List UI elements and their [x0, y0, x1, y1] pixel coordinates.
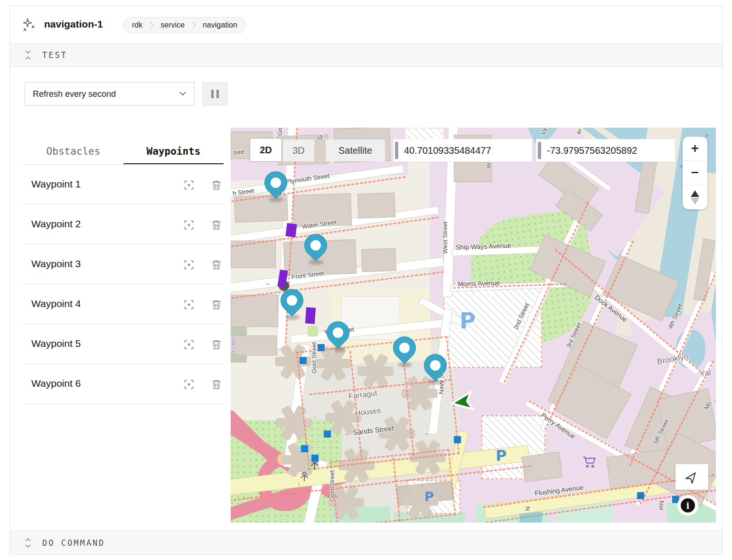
waypoint-pin-4[interactable] [326, 321, 350, 352]
map-node-square [311, 455, 319, 462]
longitude-input[interactable]: -73.97957563205892 [536, 139, 675, 162]
waypoint-label: Waypoint 5 [31, 338, 81, 349]
waypoint-label: Waypoint 4 [31, 298, 81, 309]
pause-refresh-button[interactable] [202, 82, 228, 106]
card-header: navigation-1 rdk service navigation [10, 6, 722, 43]
waypoint-pin-2[interactable] [303, 234, 328, 264]
longitude-accent-bar [538, 142, 541, 159]
parking-icon: P [424, 489, 434, 504]
refresh-rate-value: Refresh every second [33, 89, 116, 99]
waypoint-list: Waypoint 1Waypoint 2Waypoint 3Waypoint 4… [23, 165, 224, 404]
navigation-service-icon [21, 18, 36, 32]
breadcrumb-separator-icon [146, 20, 157, 30]
breadcrumb: rdk service navigation [123, 17, 246, 33]
map-mode-2d-button[interactable]: 2D [250, 138, 282, 162]
navigation-card: navigation-1 rdk service navigation TEST… [9, 6, 723, 554]
compass-button[interactable] [683, 185, 707, 209]
waypoint-row: Waypoint 2 [23, 205, 224, 244]
test-section-header[interactable]: TEST [10, 43, 722, 67]
do-command-section-header[interactable]: DO COMMAND [10, 531, 722, 555]
map-zoom-control: + − [683, 137, 707, 209]
tab-waypoints[interactable]: Waypoints [123, 137, 224, 164]
focus-waypoint-icon[interactable] [183, 378, 195, 391]
street-label: Gold Street [310, 342, 318, 373]
satellite-toggle-button[interactable]: Satellite [326, 140, 385, 161]
robot-position-arrow [449, 388, 477, 416]
locate-robot-button[interactable] [676, 464, 708, 490]
compass-south-icon [691, 198, 699, 205]
map-attribution-button[interactable]: i [677, 495, 698, 516]
latitude-input[interactable]: 40.70109335484477 [393, 139, 532, 162]
delete-waypoint-icon[interactable] [210, 219, 223, 231]
collapse-icon[interactable] [24, 49, 32, 61]
waypoint-pin-6[interactable] [423, 354, 448, 384]
map-node-square [300, 357, 307, 364]
waypoint-label: Waypoint 1 [31, 178, 81, 190]
navigation-arrow-icon [685, 470, 699, 484]
waypoint-row: Waypoint 4 [23, 284, 224, 324]
refresh-rate-select[interactable]: Refresh every second [25, 82, 195, 106]
waypoint-label: Waypoint 3 [31, 258, 81, 270]
compass-north-icon [691, 190, 699, 197]
waypoint-row: Waypoint 1 [23, 165, 224, 205]
focus-waypoint-icon[interactable] [183, 179, 195, 191]
pause-icon [216, 90, 219, 98]
map-node-square [637, 492, 644, 499]
map-node-square [454, 436, 461, 443]
focus-waypoint-icon[interactable] [183, 338, 195, 351]
pause-icon [211, 90, 214, 98]
map-canvas[interactable]: treeh StreetPlymouth StreetGoGold StStWa… [231, 128, 716, 523]
street-label: Nor [658, 501, 665, 511]
obstacle-box[interactable] [305, 307, 316, 324]
street-label: Go [276, 128, 283, 136]
zoom-in-button[interactable]: + [683, 137, 707, 161]
street-label: tree [233, 148, 244, 157]
tab-obstacles[interactable]: Obstacles [23, 137, 123, 164]
parking-icon: P [460, 308, 476, 334]
latitude-value: 40.70109335484477 [404, 145, 491, 156]
map-node-square [301, 445, 308, 452]
test-section-label: TEST [42, 50, 67, 60]
waypoints-panel: Obstacles Waypoints Waypoint 1Waypoint 2… [23, 137, 224, 404]
street-label: → [421, 428, 429, 437]
delete-waypoint-icon[interactable] [210, 338, 223, 351]
focus-waypoint-icon[interactable] [183, 219, 195, 231]
delete-waypoint-icon[interactable] [210, 259, 223, 271]
street-label: N [524, 506, 531, 511]
parking-icon: P [496, 447, 507, 465]
street-label: → [264, 280, 270, 287]
breadcrumb-item-rdk: rdk [132, 21, 142, 29]
panel-tabs: Obstacles Waypoints [23, 137, 224, 165]
map-node-square [324, 430, 331, 438]
delete-waypoint-icon[interactable] [210, 179, 223, 191]
map-node-square [318, 344, 325, 351]
waypoint-label: Waypoint 6 [31, 378, 81, 389]
longitude-value: -73.97957563205892 [547, 145, 637, 156]
focus-waypoint-icon[interactable] [183, 299, 195, 311]
chevron-down-icon [179, 91, 187, 96]
waypoint-pin-5[interactable] [392, 336, 417, 367]
street-label: ↓ [313, 412, 317, 420]
do-command-section-label: DO COMMAND [42, 538, 105, 548]
waypoint-label: Waypoint 2 [31, 218, 81, 230]
street-label: Morris Avenue [458, 279, 500, 288]
map-mode-3d-button[interactable]: 3D [283, 140, 314, 161]
info-icon: i [681, 498, 695, 513]
obstacle-box[interactable] [285, 223, 297, 237]
focus-waypoint-icon[interactable] [183, 259, 195, 271]
page-title: navigation-1 [44, 19, 103, 30]
street-label: York St [231, 336, 236, 352]
street-label: Gold Street [328, 470, 336, 502]
waypoint-pin-3[interactable] [280, 289, 304, 319]
waypoint-row: Waypoint 6 [23, 364, 224, 404]
delete-waypoint-icon[interactable] [210, 299, 223, 311]
waypoint-pin-1[interactable] [263, 171, 288, 202]
latitude-accent-bar [395, 142, 398, 159]
breadcrumb-item-navigation: navigation [203, 21, 237, 29]
breadcrumb-separator-icon [188, 20, 199, 30]
zoom-out-button[interactable]: − [683, 161, 707, 185]
waypoint-row: Waypoint 5 [23, 324, 224, 364]
expand-icon[interactable] [24, 537, 32, 549]
waypoint-row: Waypoint 3 [23, 244, 224, 284]
delete-waypoint-icon[interactable] [210, 378, 223, 391]
